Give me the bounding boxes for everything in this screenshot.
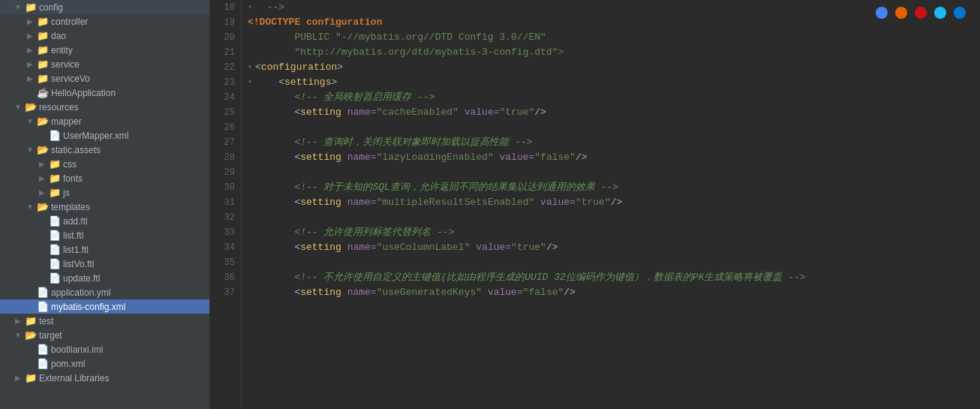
code-line-18: ▾ --> <box>248 0 974 15</box>
sidebar-item-dao[interactable]: 📁dao <box>0 29 209 43</box>
tree-icon-listVo.ftl: 📄 <box>48 258 62 269</box>
token-30-0: <!-- 对于未知的SQL查询，允许返回不同的结果集以达到通用的效果 --> <box>248 180 618 195</box>
tree-label-application.yml: application.yml <box>50 287 110 298</box>
tree-label-list1.ftl: list1.ftl <box>62 245 89 255</box>
sidebar-item-static.assets[interactable]: 📂static.assets <box>0 143 209 157</box>
tree-icon-External.Libraries: 📁 <box>24 372 38 383</box>
sidebar-item-HelloApplication[interactable]: ☕HelloApplication <box>0 86 209 100</box>
file-tree[interactable]: 📁config📁controller📁dao📁entity📁service📁se… <box>0 0 210 409</box>
tree-icon-list.ftl: 📄 <box>48 230 62 241</box>
token-37-0: < <box>248 285 300 300</box>
token-27-0: <!-- 查询时，关闭关联对象即时加载以提高性能 --> <box>248 135 533 150</box>
sidebar-item-UserMapper.xml[interactable]: 📄UserMapper.xml <box>0 128 209 143</box>
svg-point-0 <box>876 7 888 19</box>
sidebar-item-External.Libraries[interactable]: 📁External Libraries <box>0 371 209 385</box>
fold-icon-23[interactable]: ▾ <box>248 75 252 90</box>
sidebar-item-target[interactable]: 📂target <box>0 328 209 342</box>
sidebar-item-controller[interactable]: 📁controller <box>0 14 209 29</box>
sidebar-item-test[interactable]: 📁test <box>0 314 209 328</box>
sidebar-item-list1.ftl[interactable]: 📄list1.ftl <box>0 242 209 257</box>
tree-label-serviceVo: serviceVo <box>50 74 90 84</box>
sidebar-item-update.ftl[interactable]: 📄update.ftl <box>0 271 209 285</box>
sidebar-item-application.yml[interactable]: 📄application.yml <box>0 285 209 299</box>
sidebar-item-listVo.ftl[interactable]: 📄listVo.ftl <box>0 257 209 271</box>
sidebar-item-service[interactable]: 📁service <box>0 57 209 71</box>
fold-icon-18[interactable]: ▾ <box>248 0 252 15</box>
firefox-browser-icon[interactable] <box>893 5 909 21</box>
code-line-21: "http://mybatis.org/dtd/mybatis-3-config… <box>248 45 974 60</box>
line-num-31: 31 <box>216 195 235 210</box>
token-19-0: <!DOCTYPE configuration <box>248 15 382 30</box>
token-28-1: setting <box>300 150 347 165</box>
token-25-5: "true" <box>499 105 534 120</box>
tree-label-fonts: fonts <box>62 173 83 184</box>
tree-label-External.Libraries: External Libraries <box>38 373 109 383</box>
code-line-37: <setting name="useGeneratedKeys" value="… <box>248 285 974 300</box>
token-34-6: /> <box>546 240 558 255</box>
tree-icon-fonts: 📁 <box>48 173 62 184</box>
sidebar-item-list.ftl[interactable]: 📄list.ftl <box>0 228 209 242</box>
opera-browser-icon[interactable] <box>912 5 929 21</box>
line-num-26: 26 <box>216 120 235 135</box>
tree-icon-add.ftl: 📄 <box>48 215 62 227</box>
tree-arrow-fonts <box>36 174 48 182</box>
tree-label-HelloApplication: HelloApplication <box>50 88 116 98</box>
token-28-2: name= <box>347 150 377 165</box>
sidebar-item-bootlianxi.iml[interactable]: 📄bootlianxi.iml <box>0 342 209 356</box>
token-18-1: --> <box>267 0 284 15</box>
token-31-5: "true" <box>576 195 611 210</box>
tree-label-config: config <box>38 2 63 13</box>
code-area: ▾ --><!DOCTYPE configuration PUBLIC "-//… <box>242 0 980 409</box>
code-line-29 <box>248 165 974 180</box>
tree-label-controller: controller <box>50 17 88 27</box>
safari-browser-icon[interactable] <box>932 5 948 21</box>
svg-point-3 <box>934 7 946 19</box>
tree-icon-static.assets: 📂 <box>36 144 50 155</box>
tree-icon-update.ftl: 📄 <box>48 272 62 284</box>
code-line-28: <setting name="lazyLoadingEnabled" value… <box>248 150 974 165</box>
tree-icon-list1.ftl: 📄 <box>48 244 62 255</box>
tree-icon-config: 📁 <box>24 2 38 13</box>
sidebar-item-resources[interactable]: 📂resources <box>0 100 209 114</box>
line-num-27: 27 <box>216 135 235 150</box>
sidebar-item-pom.xml[interactable]: 📄pom.xml <box>0 356 209 371</box>
fold-icon-22[interactable]: ▾ <box>248 60 252 75</box>
line-num-18: 18 <box>216 0 235 15</box>
chrome-browser-icon[interactable] <box>873 5 890 21</box>
tree-label-css: css <box>62 159 77 170</box>
line-num-24: 24 <box>216 90 235 105</box>
tree-icon-js: 📁 <box>48 187 62 198</box>
line-num-20: 20 <box>216 30 235 45</box>
tree-label-service: service <box>50 59 80 70</box>
token-34-2: name= <box>347 240 377 255</box>
edge-browser-icon[interactable] <box>951 5 968 21</box>
tree-arrow-css <box>36 160 48 168</box>
tree-icon-target: 📂 <box>24 329 38 341</box>
sidebar-item-add.ftl[interactable]: 📄add.ftl <box>0 214 209 228</box>
sidebar-item-entity[interactable]: 📁entity <box>0 43 209 57</box>
code-editor: 1819202122232425262728293031323334353637… <box>210 0 980 409</box>
token-34-0: < <box>248 240 300 255</box>
sidebar-item-js[interactable]: 📁js <box>0 185 209 200</box>
code-line-36: <!-- 不允许使用自定义的主键值(比如由程序生成的UUID 32位编码作为键值… <box>248 270 974 285</box>
token-24-0: <!-- 全局映射器启用缓存 --> <box>248 90 435 105</box>
sidebar-item-config[interactable]: 📁config <box>0 0 209 14</box>
tree-icon-pom.xml: 📄 <box>36 358 50 369</box>
token-37-2: name= <box>347 285 377 300</box>
sidebar-item-templates[interactable]: 📂templates <box>0 200 209 214</box>
sidebar-item-mapper[interactable]: 📂mapper <box>0 114 209 128</box>
token-37-4: value= <box>482 285 523 300</box>
line-num-34: 34 <box>216 240 235 255</box>
sidebar-item-mybatis-config.xml[interactable]: 📄mybatis-config.xml <box>0 299 209 314</box>
tree-label-js: js <box>62 188 70 198</box>
token-37-6: /> <box>564 285 576 300</box>
token-34-4: value= <box>470 240 511 255</box>
sidebar-item-css[interactable]: 📁css <box>0 157 209 171</box>
sidebar-item-serviceVo[interactable]: 📁serviceVo <box>0 71 209 86</box>
tree-arrow-test <box>12 317 24 325</box>
tree-icon-UserMapper.xml: 📄 <box>48 130 62 141</box>
token-28-4: value= <box>494 150 535 165</box>
sidebar-item-fonts[interactable]: 📁fonts <box>0 171 209 185</box>
token-28-0: < <box>248 150 300 165</box>
tree-arrow-templates <box>24 203 36 211</box>
